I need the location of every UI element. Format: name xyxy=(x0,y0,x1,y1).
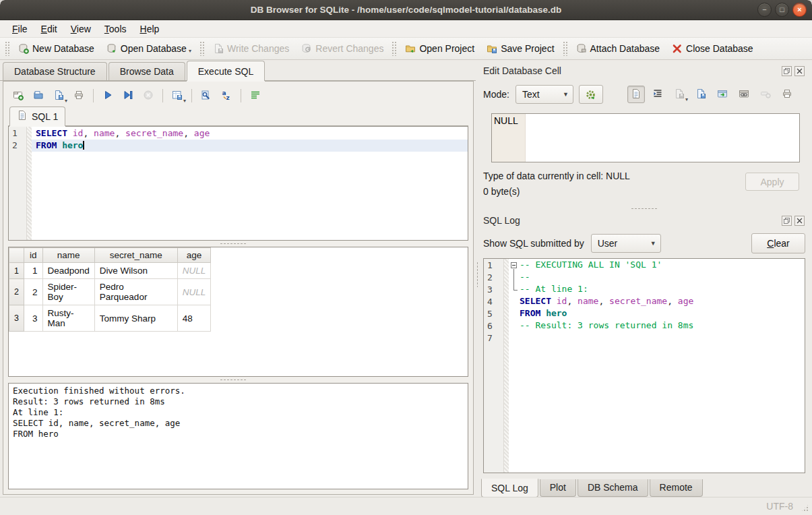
table-cell[interactable]: 3 xyxy=(24,305,43,332)
main-tab-bar: Database StructureBrowse DataExecute SQL xyxy=(0,61,476,81)
editor-fold-margin xyxy=(27,127,32,240)
write-changes-icon xyxy=(213,43,224,54)
dock-tab-remote[interactable]: Remote xyxy=(650,479,703,497)
save-sql-file-icon xyxy=(53,90,64,102)
save-project-icon xyxy=(487,43,497,54)
table-cell[interactable]: Deadpond xyxy=(42,263,94,279)
corner-header[interactable] xyxy=(9,248,24,263)
results-table[interactable]: idnamesecret_nameage11DeadpondDive Wilso… xyxy=(9,247,211,332)
table-cell[interactable]: Rusty-Man xyxy=(42,305,94,332)
save-project-button[interactable]: Save Project xyxy=(480,40,560,57)
column-header-name[interactable]: name xyxy=(42,248,94,263)
table-row: 22Spider-BoyPedro ParqueadorNULL xyxy=(9,279,211,305)
titlebar[interactable]: DB Browser for SQLite - /home/user/code/… xyxy=(0,0,812,20)
sql-file-tab[interactable]: SQL 1 xyxy=(9,107,65,126)
tab-execute-sql[interactable]: Execute SQL xyxy=(187,61,266,81)
table-row: 11DeadpondDive WilsonNULL xyxy=(9,263,211,279)
print-sql-button[interactable] xyxy=(70,87,88,104)
attach-database-button[interactable]: Attach Database xyxy=(570,40,666,57)
menu-edit[interactable]: Edit xyxy=(34,21,64,37)
dock-tab-db-schema[interactable]: DB Schema xyxy=(577,479,648,497)
close-database-button[interactable]: Close Database xyxy=(666,40,759,57)
table-cell[interactable]: NULL xyxy=(177,263,211,279)
open-project-button[interactable]: Open Project xyxy=(399,40,480,57)
table-cell[interactable]: 2 xyxy=(24,279,43,305)
clear-log-button[interactable]: Clear xyxy=(751,233,805,253)
filter-label: Show SQL submitted by xyxy=(483,238,584,249)
table-cell[interactable]: NULL xyxy=(177,279,211,305)
maximize-button[interactable]: □ xyxy=(775,3,789,17)
editor-line-numbers: 12 xyxy=(9,127,27,240)
sql-file-tab-bar: SQL 1 xyxy=(8,107,468,126)
open-in-app-button[interactable] xyxy=(714,86,731,103)
sql-editor[interactable]: 12 SELECT id, name, secret_name, ageFROM… xyxy=(8,126,468,241)
tab-database-structure[interactable]: Database Structure xyxy=(3,62,107,81)
tab-browse-data[interactable]: Browse Data xyxy=(108,62,185,81)
editor-line-2[interactable]: FROM hero xyxy=(32,140,468,152)
column-header-age[interactable]: age xyxy=(177,248,211,263)
open-sql-file-button[interactable] xyxy=(30,87,47,104)
dock-tab-plot[interactable]: Plot xyxy=(540,479,576,497)
float-panel-icon[interactable] xyxy=(782,66,792,76)
save-results-button[interactable]: ▾ xyxy=(168,87,186,104)
table-cell[interactable]: 48 xyxy=(177,305,211,332)
menu-view[interactable]: View xyxy=(64,21,98,37)
cell-editor[interactable]: NULL xyxy=(491,113,800,162)
close-button[interactable]: × xyxy=(792,3,807,17)
resize-grip-icon[interactable] xyxy=(801,504,809,512)
apply-button[interactable]: Apply xyxy=(745,173,799,191)
new-sql-tab-button[interactable] xyxy=(9,87,27,104)
table-cell[interactable]: Tommy Sharp xyxy=(94,305,177,332)
log-line-2: -- xyxy=(509,272,805,284)
window-controls: −□× xyxy=(757,3,807,17)
text-cursor xyxy=(83,141,84,150)
edit-cell-title: Edit Database Cell xyxy=(483,65,779,76)
close-panel-icon[interactable] xyxy=(794,216,805,226)
minimize-button[interactable]: − xyxy=(757,3,772,17)
dock-tab-sql-log[interactable]: SQL Log xyxy=(481,479,538,497)
format-sql-button[interactable]: az xyxy=(218,87,235,104)
table-cell[interactable]: 1 xyxy=(24,263,43,279)
row-header[interactable]: 2 xyxy=(9,279,24,305)
execute-all-button[interactable] xyxy=(99,87,117,104)
main-toolbar: New DatabaseOpen Database▾Write ChangesR… xyxy=(0,37,812,60)
app-window: DB Browser for SQLite - /home/user/code/… xyxy=(0,0,812,515)
text-mode-button[interactable] xyxy=(627,86,645,103)
editor-results-splitter[interactable] xyxy=(8,241,468,247)
close-panel-icon[interactable] xyxy=(794,66,805,76)
dock-splitter[interactable] xyxy=(481,206,806,212)
editor-code[interactable]: SELECT id, name, secret_name, ageFROM he… xyxy=(32,127,468,240)
submitter-combobox[interactable]: User ▼ xyxy=(591,234,661,253)
open-database-button[interactable]: Open Database▾ xyxy=(100,40,197,57)
save-sql-file-button[interactable]: ▾ xyxy=(50,87,67,104)
word-wrap-cell-button[interactable] xyxy=(649,86,666,103)
table-cell[interactable]: Spider-Boy xyxy=(42,279,94,305)
execution-message-area[interactable]: Execution finished without errors.Result… xyxy=(8,383,468,489)
row-header[interactable]: 3 xyxy=(9,305,24,332)
menu-file[interactable]: File xyxy=(5,21,34,37)
mode-combobox[interactable]: Text ▼ xyxy=(516,85,573,104)
toolbar-grip xyxy=(392,41,397,56)
column-header-id[interactable]: id xyxy=(24,248,43,263)
right-pane: Edit Database Cell Mode: Text ▼ xyxy=(479,61,812,497)
execute-all-icon xyxy=(102,90,113,102)
menu-help[interactable]: Help xyxy=(133,21,166,37)
column-header-secret_name[interactable]: secret_name xyxy=(94,248,177,263)
results-message-splitter[interactable] xyxy=(8,377,468,383)
row-header[interactable]: 1 xyxy=(9,263,24,279)
word-wrap-button[interactable] xyxy=(247,87,264,104)
copy-link-button[interactable] xyxy=(735,86,753,103)
float-panel-icon[interactable] xyxy=(782,216,792,226)
editor-line-1[interactable]: SELECT id, name, secret_name, age xyxy=(32,127,468,140)
find-button[interactable] xyxy=(197,87,215,104)
new-database-button[interactable]: New Database xyxy=(12,40,100,57)
auto-apply-button[interactable] xyxy=(579,85,603,104)
menu-tools[interactable]: Tools xyxy=(98,21,133,37)
table-cell[interactable]: Pedro Parqueador xyxy=(94,279,177,305)
table-cell[interactable]: Dive Wilson xyxy=(94,263,177,279)
sql-log-view[interactable]: 1234567 -- EXECUTING ALL IN 'SQL 1'---- … xyxy=(483,258,805,473)
execute-current-line-button[interactable] xyxy=(119,87,137,104)
export-data-button[interactable] xyxy=(692,86,710,103)
print-cell-button[interactable] xyxy=(778,86,796,103)
print-sql-icon xyxy=(73,90,84,102)
